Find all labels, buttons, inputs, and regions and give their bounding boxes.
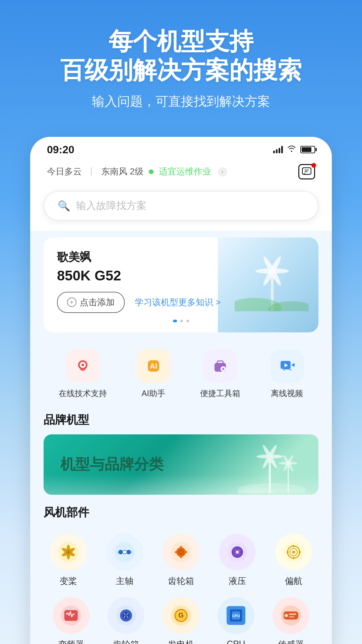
part-item2[interactable]: 齿轮箱 xyxy=(103,597,149,644)
ai-label: AI助手 xyxy=(141,388,165,399)
hero-title: 每个机型支持 百级别解决方案的搜索 xyxy=(20,27,342,85)
part-chiluanxiang[interactable]: 齿轮箱 xyxy=(158,534,204,587)
svg-rect-85 xyxy=(242,615,245,616)
svg-point-41 xyxy=(126,549,131,555)
part-bianjiang[interactable]: 变桨 xyxy=(45,534,92,587)
part-cpu[interactable]: CPU CPU xyxy=(213,597,259,644)
video-label: 离线视频 xyxy=(271,388,303,399)
svg-point-60 xyxy=(293,557,295,559)
svg-rect-75 xyxy=(232,607,233,609)
chevron-right-icon[interactable]: › xyxy=(218,167,227,176)
svg-point-37 xyxy=(66,550,70,554)
signal-icon xyxy=(273,146,283,153)
svg-point-59 xyxy=(299,551,301,553)
support-label: 在线技术支持 xyxy=(59,388,107,399)
wind-text: 东南风 2级 xyxy=(101,166,143,177)
brand-category-card[interactable]: 机型与品牌分类 xyxy=(44,434,318,495)
part-item5[interactable]: 传感器 xyxy=(267,597,314,644)
svg-rect-76 xyxy=(235,607,237,609)
svg-rect-80 xyxy=(239,622,240,624)
svg-rect-84 xyxy=(242,611,245,613)
chiluanxiang-label: 齿轮箱 xyxy=(168,575,194,587)
zhuzhou-icon xyxy=(106,534,143,571)
dot-inactive-2 xyxy=(186,320,189,322)
svg-point-90 xyxy=(285,614,288,617)
search-container: 🔍 输入故障找方案 xyxy=(30,184,332,231)
svg-point-68 xyxy=(124,614,128,617)
machine-card[interactable]: 歌美飒 850K G52 + 点击添加 学习该机型更多知识 > xyxy=(44,237,318,332)
svg-point-58 xyxy=(293,545,295,547)
brand-section-title: 品牌机型 xyxy=(44,412,318,428)
item5-label: 传感器 xyxy=(278,639,304,644)
svg-point-40 xyxy=(118,549,123,555)
quick-icon-video[interactable]: 离线视频 xyxy=(270,349,304,399)
brand-card-title: 机型与品牌分类 xyxy=(60,454,164,474)
svg-point-46 xyxy=(180,551,182,553)
svg-rect-83 xyxy=(227,618,230,620)
add-machine-button[interactable]: + 点击添加 xyxy=(57,292,125,313)
yeya-label: 液压 xyxy=(229,575,246,587)
part-bianpinqi[interactable]: 变频器 xyxy=(48,597,95,644)
dot-inactive-1 xyxy=(180,320,183,322)
toolbox-label: 便捷工具箱 xyxy=(200,388,240,399)
bianpinqi-label: 变频器 xyxy=(58,639,84,644)
svg-rect-91 xyxy=(289,613,296,615)
svg-rect-86 xyxy=(242,618,245,620)
svg-point-42 xyxy=(123,551,126,553)
svg-rect-81 xyxy=(227,611,230,613)
part-zhuzhou[interactable]: 主轴 xyxy=(101,534,148,587)
svg-point-54 xyxy=(236,551,239,553)
pianhang-icon xyxy=(275,534,312,571)
svg-rect-82 xyxy=(227,615,230,616)
item3-label: 发电机 xyxy=(168,639,194,644)
bianjiang-icon xyxy=(50,534,87,571)
svg-rect-78 xyxy=(232,622,233,624)
svg-point-12 xyxy=(81,364,84,366)
svg-marker-19 xyxy=(291,363,295,367)
quick-icon-support[interactable]: 在线技术支持 xyxy=(59,349,107,399)
search-icon: 🔍 xyxy=(58,200,70,212)
learn-more-button[interactable]: 学习该机型更多知识 > xyxy=(135,297,221,308)
item5-icon xyxy=(273,597,309,634)
video-icon-circle xyxy=(270,349,304,383)
search-bar[interactable]: 🔍 输入故障找方案 xyxy=(44,191,318,221)
quick-icons-row: 在线技术支持 AI AI助手 xyxy=(44,342,318,409)
cpu-icon: CPU xyxy=(218,597,254,634)
chat-icon[interactable] xyxy=(298,164,315,179)
plus-icon: + xyxy=(67,298,76,307)
hero-subtitle: 输入问题，可直接找到解决方案 xyxy=(20,93,342,110)
svg-point-30 xyxy=(286,461,290,465)
svg-rect-48 xyxy=(180,555,182,558)
part-yeya[interactable]: 液压 xyxy=(214,534,261,587)
ai-icon-circle: AI xyxy=(137,349,170,383)
parts-row-1: 变桨 主轴 xyxy=(44,527,318,594)
svg-rect-92 xyxy=(289,616,294,618)
svg-text:CPU: CPU xyxy=(232,614,240,618)
battery-icon xyxy=(300,146,315,153)
status-dot xyxy=(149,169,154,174)
phone-frame: 09:20 今日多云 丨 东南风 2级 适 xyxy=(30,137,332,644)
quick-icon-toolbox[interactable]: 便捷工具箱 xyxy=(200,349,240,399)
quick-icon-ai[interactable]: AI AI助手 xyxy=(137,349,170,399)
svg-point-61 xyxy=(287,551,289,553)
cpu-label: CPU xyxy=(227,639,245,644)
search-placeholder: 输入故障找方案 xyxy=(76,199,146,213)
support-icon-circle xyxy=(66,349,100,383)
part-item3[interactable]: G 发电机 xyxy=(158,597,204,644)
svg-rect-77 xyxy=(239,607,240,609)
info-bar: 今日多云 丨 东南风 2级 适宜运维作业 › xyxy=(30,159,332,184)
part-pianhang[interactable]: 偏航 xyxy=(270,534,317,587)
content-area: 歌美飒 850K G52 + 点击添加 学习该机型更多知识 > xyxy=(30,231,332,644)
parts-row-2: 变频器 齿轮箱 xyxy=(44,594,318,644)
status-icons xyxy=(273,145,315,154)
status-time: 09:20 xyxy=(47,144,74,156)
bianpinqi-icon xyxy=(53,597,89,634)
item3-icon: G xyxy=(163,597,199,634)
toolbox-icon-circle xyxy=(203,349,237,383)
bianjiang-label: 变桨 xyxy=(60,575,77,587)
status-bar: 09:20 xyxy=(30,137,332,159)
parts-section-title: 风机部件 xyxy=(44,505,318,520)
machine-brand: 歌美飒 xyxy=(57,250,305,265)
svg-text:G: G xyxy=(178,611,184,619)
svg-rect-47 xyxy=(180,546,182,549)
